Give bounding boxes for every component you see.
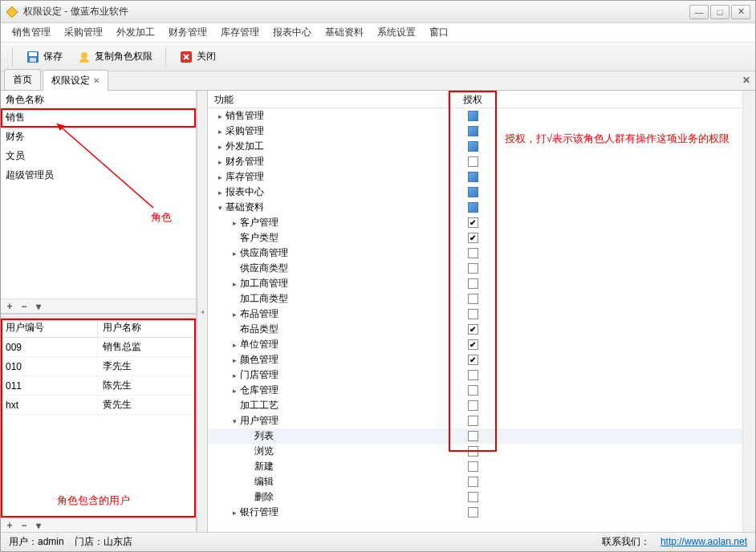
tree-row[interactable]: 编辑 xyxy=(208,474,755,489)
tree-row[interactable]: 加工商类型 xyxy=(208,291,755,306)
save-button[interactable]: 保存 xyxy=(19,47,69,67)
minimize-button[interactable]: — xyxy=(689,5,709,19)
auth-checkbox[interactable] xyxy=(468,126,478,136)
menu-item-0[interactable]: 销售管理 xyxy=(6,23,57,42)
add-user-button[interactable]: + xyxy=(4,520,15,531)
tab-0[interactable]: 首页 xyxy=(4,69,41,90)
tree-row[interactable]: 供应商类型 xyxy=(208,261,755,276)
auth-checkbox[interactable] xyxy=(468,111,478,121)
user-menu-button[interactable]: ▾ xyxy=(33,520,44,531)
auth-checkbox[interactable] xyxy=(468,278,478,289)
auth-checkbox[interactable] xyxy=(468,217,478,228)
menu-item-4[interactable]: 库存管理 xyxy=(214,23,266,42)
tree-expander-icon[interactable]: ▸ xyxy=(229,309,240,320)
close-button[interactable]: 关闭 xyxy=(173,47,222,67)
tab-1[interactable]: 权限设定✕ xyxy=(43,70,108,91)
role-row[interactable]: 销售 xyxy=(1,108,196,128)
auth-checkbox[interactable] xyxy=(468,309,478,319)
tree-expander-icon[interactable]: ▸ xyxy=(229,355,240,366)
tree-row[interactable]: ▸门店管理 xyxy=(208,367,755,383)
role-row[interactable]: 超级管理员 xyxy=(1,166,196,185)
auth-checkbox[interactable] xyxy=(468,187,478,197)
auth-checkbox[interactable] xyxy=(468,492,478,502)
tree-row[interactable]: ▸销售管理 xyxy=(208,108,755,124)
auth-checkbox[interactable] xyxy=(468,156,478,167)
tree-scrollbar[interactable] xyxy=(742,91,755,532)
role-menu-button[interactable]: ▾ xyxy=(33,301,44,312)
tree-expander-icon[interactable]: ▾ xyxy=(214,202,226,213)
auth-checkbox[interactable] xyxy=(468,507,478,518)
user-column-header[interactable]: 用户名称 xyxy=(98,319,196,338)
tree-row[interactable]: ▸银行管理 xyxy=(208,505,755,520)
tree-row[interactable]: 客户类型 xyxy=(208,230,755,246)
tree-expander-icon[interactable]: ▸ xyxy=(229,385,240,396)
user-row[interactable]: 010李先生 xyxy=(1,357,196,376)
tab-close-icon[interactable]: ✕ xyxy=(93,76,100,85)
tree-expander-icon[interactable]: ▸ xyxy=(214,141,226,152)
remove-role-button[interactable]: − xyxy=(18,301,30,312)
auth-checkbox[interactable] xyxy=(468,461,478,472)
menu-item-1[interactable]: 采购管理 xyxy=(58,23,109,42)
tree-row[interactable]: ▾用户管理 xyxy=(208,413,755,428)
tree-row[interactable]: ▸客户管理 xyxy=(208,215,755,230)
tree-row[interactable]: ▸供应商管理 xyxy=(208,246,755,261)
auth-checkbox[interactable] xyxy=(468,248,478,258)
tree-row[interactable]: 布品类型 xyxy=(208,322,755,337)
add-role-button[interactable]: + xyxy=(4,301,15,312)
tree-expander-icon[interactable]: ▸ xyxy=(214,111,226,122)
copy-role-button[interactable]: 复制角色权限 xyxy=(71,47,159,67)
auth-checkbox[interactable] xyxy=(468,202,478,213)
menu-item-8[interactable]: 窗口 xyxy=(423,23,455,42)
tree-row[interactable]: 浏览 xyxy=(208,444,755,459)
tree-expander-icon[interactable]: ▸ xyxy=(229,507,240,518)
menu-item-3[interactable]: 财务管理 xyxy=(162,23,213,42)
tree-row[interactable]: 加工工艺 xyxy=(208,398,755,413)
tree-row[interactable]: ▸加工商管理 xyxy=(208,276,755,291)
tree-row[interactable]: ▸布品管理 xyxy=(208,306,755,322)
menu-item-7[interactable]: 系统设置 xyxy=(371,23,422,42)
auth-checkbox[interactable] xyxy=(468,233,478,243)
auth-checkbox[interactable] xyxy=(468,431,478,441)
vertical-splitter[interactable] xyxy=(197,91,208,532)
remove-user-button[interactable]: − xyxy=(18,520,30,531)
close-window-button[interactable]: ✕ xyxy=(731,5,750,19)
auth-checkbox[interactable] xyxy=(468,416,478,426)
tree-row[interactable]: 列表 xyxy=(208,428,755,444)
auth-checkbox[interactable] xyxy=(468,141,478,152)
auth-checkbox[interactable] xyxy=(468,355,478,365)
tabbar-close-button[interactable]: ✕ xyxy=(742,75,750,86)
tree-row[interactable]: ▸采购管理 xyxy=(208,124,755,139)
auth-checkbox[interactable] xyxy=(468,339,478,350)
tree-row[interactable]: ▸财务管理 xyxy=(208,154,755,169)
tree-expander-icon[interactable]: ▸ xyxy=(229,278,240,290)
auth-checkbox[interactable] xyxy=(468,294,478,304)
tree-expander-icon[interactable]: ▾ xyxy=(229,416,240,427)
tree-expander-icon[interactable]: ▸ xyxy=(229,217,240,229)
tree-expander-icon[interactable]: ▸ xyxy=(229,248,240,259)
auth-checkbox[interactable] xyxy=(468,385,478,396)
tree-expander-icon[interactable]: ▸ xyxy=(229,339,240,351)
user-row[interactable]: 009销售总监 xyxy=(1,338,196,357)
tree-expander-icon[interactable]: ▸ xyxy=(229,370,240,381)
role-row[interactable]: 文员 xyxy=(1,147,196,166)
menu-item-6[interactable]: 基础资料 xyxy=(319,23,370,42)
tree-row[interactable]: ▸外发加工 xyxy=(208,139,755,154)
tree-row[interactable]: 删除 xyxy=(208,489,755,505)
tree-expander-icon[interactable]: ▸ xyxy=(214,187,226,198)
user-row[interactable]: hxt黄先生 xyxy=(1,396,196,415)
auth-checkbox[interactable] xyxy=(468,446,478,457)
tree-expander-icon[interactable]: ▸ xyxy=(214,156,226,168)
role-row[interactable]: 财务 xyxy=(1,128,196,147)
auth-checkbox[interactable] xyxy=(468,263,478,274)
auth-checkbox[interactable] xyxy=(468,370,478,380)
tree-expander-icon[interactable]: ▸ xyxy=(214,126,226,137)
user-row[interactable]: 011陈先生 xyxy=(1,376,196,396)
status-link[interactable]: http://www.aolan.net xyxy=(660,536,747,547)
auth-checkbox[interactable] xyxy=(468,172,478,182)
tree-row[interactable]: ▸单位管理 xyxy=(208,337,755,352)
maximize-button[interactable]: □ xyxy=(710,5,730,19)
tree-row[interactable]: ▸颜色管理 xyxy=(208,352,755,367)
menu-item-5[interactable]: 报表中心 xyxy=(266,23,318,42)
auth-checkbox[interactable] xyxy=(468,477,478,487)
menu-item-2[interactable]: 外发加工 xyxy=(110,23,161,42)
